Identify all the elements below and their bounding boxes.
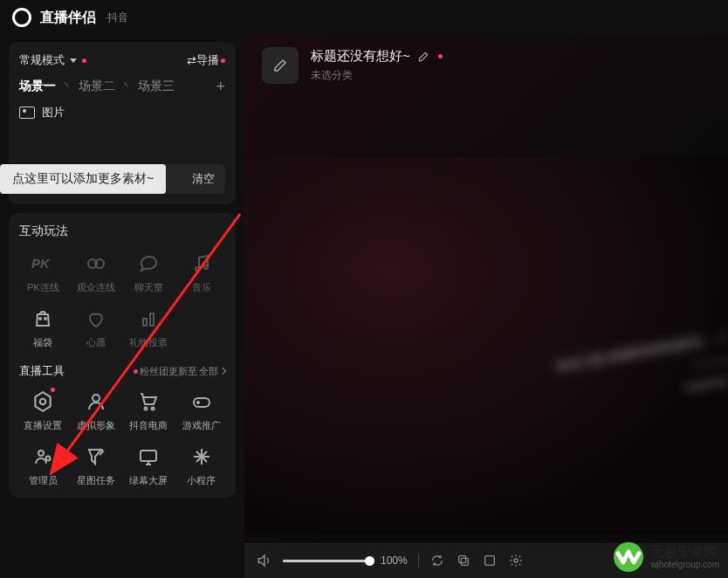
app-name: 直播伴侣 (40, 9, 96, 27)
watermark: 无极安卓网 wjhotelgroup.com (611, 541, 719, 573)
tool-label: 心愿 (86, 336, 106, 349)
tool-label: 观众连线 (77, 281, 115, 294)
app-logo-icon (12, 8, 31, 27)
wish-icon (84, 306, 108, 331)
svg-point-11 (145, 408, 148, 410)
watermark-logo-icon (611, 541, 646, 573)
sparkle-icon (189, 444, 214, 469)
bag-icon (31, 306, 55, 331)
caret-down-icon (70, 58, 77, 63)
screen-icon (136, 444, 161, 469)
tools-update-link[interactable]: 粉丝团更新至 全部 (132, 365, 225, 378)
vote-icon (136, 306, 161, 331)
svg-point-14 (38, 451, 44, 456)
notification-dot-icon (82, 58, 86, 63)
tool-label: 管理员 (29, 474, 58, 487)
scene-tab-2[interactable]: 场景二 (79, 77, 115, 96)
svg-point-5 (39, 318, 41, 320)
tool-chatroom[interactable]: 聊天室 (125, 251, 173, 294)
svg-point-9 (40, 399, 46, 405)
svg-rect-16 (141, 451, 156, 461)
copy-icon (457, 554, 470, 568)
svg-point-20 (514, 559, 518, 562)
tool-miniprogram[interactable]: 小程序 (178, 444, 226, 487)
blurred-preview-content: 未设主题 标题特别特别的长… ☾ ○ ○ ○ ○ ━━━━━━ ○ (384, 322, 728, 534)
tool-avatar[interactable]: 虚拟形象 (72, 389, 120, 432)
window-icon (483, 554, 497, 568)
tooltip-bubble: 点这里可以添加更多素材~ (0, 164, 166, 194)
tool-audience-link[interactable]: 观众连线 (72, 251, 120, 294)
volume-slider[interactable] (283, 560, 370, 562)
notification-dot-icon (134, 369, 138, 374)
edit-icon (272, 58, 288, 73)
tool-label: 小程序 (187, 474, 216, 487)
tool-pk[interactable]: PK PK连线 (19, 251, 67, 294)
svg-rect-8 (150, 313, 154, 326)
mode-label: 常规模式 (19, 52, 65, 68)
notification-dot-icon (438, 54, 443, 58)
tool-label: 星图任务 (77, 474, 115, 487)
svg-point-10 (93, 395, 100, 402)
tool-admin[interactable]: 管理员 (19, 444, 67, 487)
svg-text:PK: PK (31, 256, 51, 271)
tool-vote[interactable]: 礼物投票 (125, 306, 173, 349)
scene-tab-3[interactable]: 场景三 (138, 77, 175, 96)
add-scene-button[interactable]: + (216, 78, 225, 96)
svg-rect-13 (194, 398, 209, 407)
app-header: 直播伴侣 ·抖音 (0, 0, 728, 35)
tool-wish[interactable]: 心愿 (72, 306, 120, 349)
tools-title: 直播工具 (19, 363, 65, 379)
chat-icon (136, 251, 161, 276)
tool-label: 直播设置 (24, 419, 62, 432)
svg-rect-19 (484, 556, 494, 566)
scene-tab-1[interactable]: 场景一 (19, 77, 56, 96)
tool-label: PK连线 (27, 281, 59, 294)
volume-percent: 100% (381, 554, 408, 567)
image-source-item[interactable]: 图片 (19, 105, 225, 120)
category-label[interactable]: 未选分类 (311, 68, 443, 83)
clear-button[interactable]: 清空 (192, 171, 215, 187)
tool-star-task[interactable]: 星图任务 (72, 444, 120, 487)
svg-point-12 (152, 408, 155, 410)
svg-point-6 (45, 318, 46, 320)
stream-title[interactable]: 标题还没有想好~ (311, 48, 443, 65)
gear-icon (509, 554, 523, 568)
edit-title-button[interactable] (262, 47, 299, 84)
notification-dot-icon (51, 388, 55, 392)
interactive-panel: 互动玩法 PK PK连线 观众连线 聊天室 音乐 (9, 213, 236, 498)
volume-button[interactable] (257, 553, 272, 568)
guide-label: 导播 (196, 52, 219, 68)
mode-dropdown[interactable]: 常规模式 (19, 52, 86, 68)
watermark-cn: 无极安卓网 (651, 545, 719, 560)
svg-point-4 (204, 265, 208, 269)
stream-title-row: 标题还没有想好~ 未选分类 (244, 35, 728, 96)
update-text: 粉丝团更新至 (140, 365, 197, 378)
tool-ecommerce[interactable]: 抖音电商 (125, 389, 173, 432)
tool-label: 音乐 (192, 281, 211, 294)
tool-label: 礼物投票 (129, 336, 168, 349)
volume-knob (365, 556, 374, 566)
tool-green-screen[interactable]: 绿幕大屏 (125, 444, 173, 487)
settings-hex-icon (31, 389, 55, 414)
tool-label: 虚拟形象 (77, 419, 115, 432)
title-text: 标题还没有想好~ (311, 48, 410, 65)
gear-button[interactable] (508, 553, 524, 568)
notification-dot-icon (221, 58, 225, 63)
tool-live-settings[interactable]: 直播设置 (19, 389, 67, 432)
chevron-right-icon (219, 368, 226, 375)
tool-label: 福袋 (33, 336, 52, 349)
sidebar: 常规模式 ⇄ 导播 场景一 丶 场景二 丶 场景三 + (0, 35, 244, 578)
separator: 丶 (120, 79, 133, 94)
refresh-button[interactable] (429, 553, 445, 568)
copy-button[interactable] (456, 553, 471, 568)
guide-button[interactable]: ⇄ 导播 (187, 52, 225, 68)
interactive-title: 互动玩法 (19, 224, 225, 239)
tool-game-promo[interactable]: 游戏推广 (178, 389, 226, 432)
preview-pane[interactable]: 未设主题 标题特别特别的长… ☾ ○ ○ ○ ○ ━━━━━━ ○ (244, 157, 728, 534)
window-button[interactable] (482, 553, 498, 568)
content-area: 标题还没有想好~ 未选分类 未设主题 标题特别特别的长… ☾ ○ ○ ○ ○ ━… (244, 35, 728, 578)
svg-rect-7 (143, 319, 147, 326)
tool-bag[interactable]: 福袋 (19, 306, 67, 349)
tool-music[interactable]: 音乐 (178, 251, 226, 294)
divider (418, 554, 419, 568)
